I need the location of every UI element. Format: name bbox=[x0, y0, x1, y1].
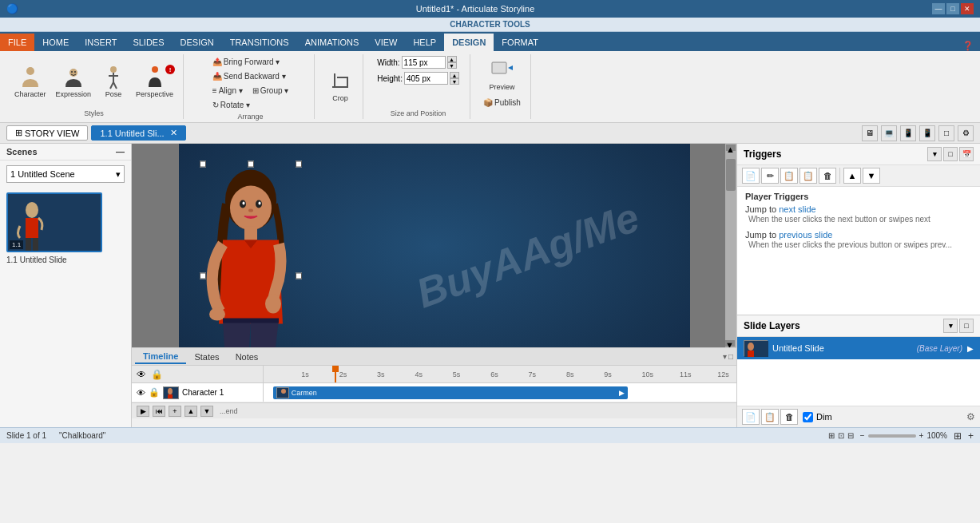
add-layer-button[interactable]: + bbox=[169, 406, 181, 417]
collapse-timeline-icon[interactable]: ▾ bbox=[723, 352, 727, 361]
tab-design[interactable]: DESIGN bbox=[173, 34, 222, 51]
character-figure[interactable] bbox=[203, 164, 299, 347]
view-desktop-icon[interactable]: 🖥 bbox=[862, 125, 878, 141]
publish-button[interactable]: 📦 Publish bbox=[480, 97, 524, 109]
timeline-bar[interactable]: Carmen ▶ bbox=[273, 386, 628, 399]
story-view-button[interactable]: ⊞ STORY VIEW bbox=[6, 125, 88, 141]
tab-transitions[interactable]: TRANSITIONS bbox=[222, 34, 297, 51]
bar-expand-icon[interactable]: ▶ bbox=[619, 389, 625, 397]
track-lock-icon[interactable]: 🔒 bbox=[149, 387, 160, 398]
tab-timeline[interactable]: Timeline bbox=[135, 350, 186, 364]
handle-mid-right[interactable] bbox=[296, 272, 302, 279]
move-down-button[interactable]: ▼ bbox=[200, 406, 213, 417]
fit-page-icon[interactable]: ⊞ bbox=[954, 430, 962, 442]
view-toggle-icon[interactable]: □ bbox=[938, 125, 954, 141]
edit-trigger-button[interactable]: ✏ bbox=[761, 168, 779, 184]
zoom-slider[interactable] bbox=[868, 434, 916, 438]
preview-button[interactable]: Preview bbox=[486, 56, 518, 93]
width-spinner[interactable]: ▲ ▼ bbox=[447, 56, 457, 69]
tab-slides[interactable]: SLIDES bbox=[125, 34, 172, 51]
new-trigger-button[interactable]: 📄 bbox=[742, 168, 760, 184]
grid-icon[interactable]: ⊞ bbox=[828, 431, 835, 440]
scenes-collapse-icon[interactable]: — bbox=[116, 147, 125, 157]
view-phone-icon[interactable]: 📱 bbox=[919, 125, 935, 141]
rewind-button[interactable]: ⏮ bbox=[153, 406, 165, 417]
triggers-calendar-icon[interactable]: 📅 bbox=[959, 147, 974, 161]
move-up-trigger-button[interactable]: ▲ bbox=[843, 168, 861, 184]
window-controls[interactable]: — □ ✕ bbox=[932, 3, 974, 14]
view-tablet-icon[interactable]: 📱 bbox=[900, 125, 916, 141]
layer-item-base[interactable]: Untitled Slide (Base Layer) ▶ bbox=[737, 337, 980, 359]
move-up-button[interactable]: ▲ bbox=[184, 406, 197, 417]
layer-gear-icon[interactable]: ⚙ bbox=[966, 411, 975, 422]
tab-notes[interactable]: Notes bbox=[228, 351, 267, 363]
handle-top-left[interactable] bbox=[200, 160, 206, 167]
tab-home[interactable]: HOME bbox=[34, 34, 77, 51]
delete-layer-button[interactable]: 🗑 bbox=[780, 409, 798, 425]
maximize-button[interactable]: □ bbox=[946, 3, 959, 14]
vertical-scrollbar[interactable]: ▲ ▼ bbox=[725, 144, 736, 347]
tab-view[interactable]: VIEW bbox=[367, 34, 405, 51]
rotate-button[interactable]: ↻ Rotate ▾ bbox=[209, 99, 253, 111]
play-button[interactable]: ▶ bbox=[137, 406, 149, 417]
view-laptop-icon[interactable]: 💻 bbox=[881, 125, 897, 141]
copy-layer-button[interactable]: 📋 bbox=[761, 409, 779, 425]
tab-animations[interactable]: ANIMATIONS bbox=[297, 34, 367, 51]
lock-icon[interactable]: 🔒 bbox=[151, 369, 163, 380]
zoom-in-icon[interactable]: + bbox=[919, 431, 924, 440]
eye-icon[interactable]: 👁 bbox=[137, 369, 146, 380]
minimize-button[interactable]: — bbox=[932, 3, 945, 14]
tab-states[interactable]: States bbox=[186, 351, 227, 363]
slide-canvas[interactable]: BuyAAg/Me bbox=[179, 144, 690, 347]
dim-checkbox[interactable] bbox=[803, 412, 813, 422]
restore-timeline-icon[interactable]: □ bbox=[728, 352, 733, 361]
scene-dropdown[interactable]: 1 Untitled Scene ▾ bbox=[6, 165, 125, 183]
layer-expand-icon[interactable]: ▶ bbox=[967, 344, 974, 353]
send-backward-button[interactable]: 📥 Send Backward ▾ bbox=[209, 70, 289, 82]
new-layer-button[interactable]: 📄 bbox=[742, 409, 760, 425]
settings-icon[interactable]: ⚙ bbox=[958, 125, 974, 141]
width-down-button[interactable]: ▼ bbox=[447, 62, 457, 69]
crop-button[interactable]: Crop bbox=[324, 67, 356, 105]
character-button[interactable]: Character bbox=[11, 63, 50, 101]
timeline-playhead[interactable] bbox=[335, 366, 336, 382]
trigger-link-prev[interactable]: previous slide bbox=[779, 230, 832, 240]
fit-icon[interactable]: ⊡ bbox=[838, 431, 844, 440]
tab-help[interactable]: HELP bbox=[405, 34, 444, 51]
perspective-button[interactable]: ! Perspective bbox=[133, 63, 177, 101]
zoom-out-icon[interactable]: − bbox=[860, 431, 865, 440]
trigger-link-next[interactable]: next slide bbox=[779, 204, 815, 214]
slide-thumbnail[interactable]: 1.1 bbox=[6, 192, 102, 252]
close-tab-icon[interactable]: ✕ bbox=[170, 128, 177, 138]
zoom-fit-icon[interactable]: ⊟ bbox=[847, 431, 854, 440]
bring-forward-button[interactable]: 📤 Bring Forward ▾ bbox=[209, 56, 284, 68]
close-button[interactable]: ✕ bbox=[961, 3, 974, 14]
tab-file[interactable]: FILE bbox=[0, 34, 34, 51]
height-up-button[interactable]: ▲ bbox=[450, 72, 459, 78]
handle-top-right[interactable] bbox=[296, 160, 302, 167]
layers-collapse-icon[interactable]: ▾ bbox=[943, 319, 958, 333]
tab-format[interactable]: FORMAT bbox=[494, 34, 546, 51]
tab-char-design[interactable]: DESIGN bbox=[444, 34, 494, 51]
handle-top-mid[interactable] bbox=[248, 160, 254, 167]
tab-insert[interactable]: INSERT bbox=[77, 34, 125, 51]
width-input[interactable] bbox=[402, 56, 446, 69]
height-down-button[interactable]: ▼ bbox=[450, 78, 459, 85]
height-spinner[interactable]: ▲ ▼ bbox=[450, 72, 459, 85]
pose-button[interactable]: Pose bbox=[97, 63, 129, 101]
expression-button[interactable]: Expression bbox=[53, 63, 95, 101]
copy-trigger-button[interactable]: 📋 bbox=[780, 168, 798, 184]
delete-trigger-button[interactable]: 🗑 bbox=[819, 168, 836, 184]
height-input[interactable] bbox=[404, 72, 448, 85]
zoom-plus-icon[interactable]: + bbox=[968, 430, 974, 442]
paste-trigger-button[interactable]: 📋 bbox=[799, 168, 817, 184]
scrollbar-thumb[interactable] bbox=[726, 159, 736, 191]
triggers-collapse-icon[interactable]: ▾ bbox=[927, 147, 942, 161]
group-button[interactable]: ⊞ Group ▾ bbox=[249, 85, 292, 97]
track-eye-icon[interactable]: 👁 bbox=[137, 388, 145, 398]
layers-restore-icon[interactable]: □ bbox=[959, 319, 974, 333]
align-button[interactable]: ≡ Align ▾ bbox=[209, 85, 246, 97]
move-down-trigger-button[interactable]: ▼ bbox=[863, 168, 880, 184]
handle-mid-left[interactable] bbox=[200, 272, 206, 279]
help-icon[interactable]: ❓ bbox=[956, 41, 980, 51]
